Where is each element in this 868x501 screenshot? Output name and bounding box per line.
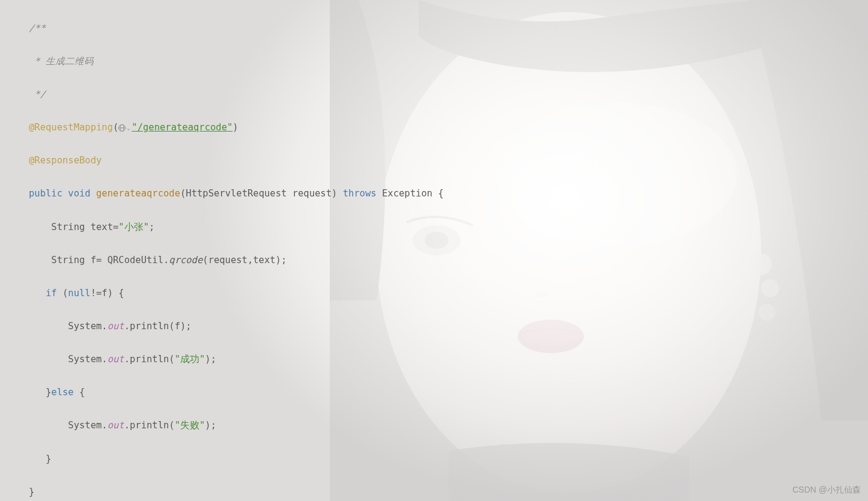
code-line[interactable]: String text="小张"; [6,219,868,236]
code-line[interactable]: String f= QRCodeUtil.qrcode(request,text… [6,252,868,269]
chevron-down-icon: ⌄ [127,123,130,133]
globe-icon [118,124,126,132]
code-line[interactable]: /** [6,20,868,37]
code-editor[interactable]: /** * 生成二维码 */ @RequestMapping(⌄"/genera… [0,0,868,501]
code-line[interactable]: System.out.println(f); [6,318,868,335]
code-line[interactable]: @RequestMapping(⌄"/generateaqrcode") [6,120,868,136]
code-line[interactable]: if (null!=f) { [6,285,868,302]
code-line[interactable]: System.out.println("成功"); [6,351,868,368]
code-line[interactable]: } [6,451,868,468]
code-line[interactable]: } [6,484,868,501]
code-line[interactable]: @ResponseBody [6,153,868,169]
code-line[interactable]: * 生成二维码 [6,53,868,70]
web-mapping-icon[interactable]: ⌄ [118,124,132,132]
code-line[interactable]: System.out.println("失败"); [6,418,868,434]
code-line[interactable]: public void generateaqrcode(HttpServletR… [6,186,868,202]
code-line[interactable]: */ [6,87,868,103]
watermark-text: CSDN @小扎仙森 [792,482,861,497]
code-line[interactable]: }else { [6,384,868,401]
